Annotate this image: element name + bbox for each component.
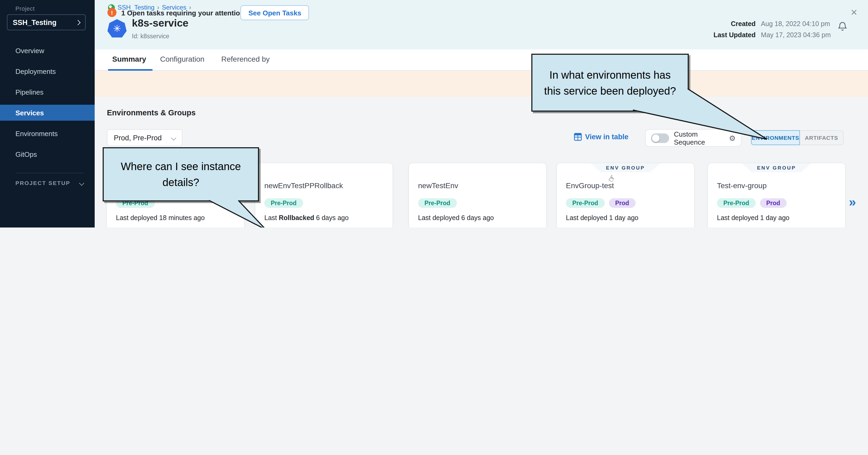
env-card-title: newEnvTestPPRollback [264, 181, 343, 190]
env-badge-prod: Prod [760, 198, 786, 208]
sidebar-divider [16, 173, 84, 173]
open-tasks-banner [95, 71, 868, 97]
env-group-tab: ENV GROUP [741, 163, 812, 172]
last-deployed-text: Last deployed 6 days ago [418, 214, 494, 222]
created-label: Created [713, 20, 755, 28]
env-card[interactable]: newTestEnv Pre-Prod Last deployed 6 days… [408, 163, 547, 228]
service-id: Id: k8sservice [132, 33, 169, 39]
tab-bar [95, 50, 868, 71]
tab-configuration[interactable]: Configuration [160, 55, 205, 63]
env-group-card[interactable]: ENV GROUP Test-env-group Pre-Prod Prod L… [707, 163, 846, 228]
last-deployed-text: Last deployed 1 day ago [566, 214, 638, 222]
project-setup-toggle[interactable]: PROJECT SETUP [16, 180, 84, 186]
callout-instance-details-question: Where can I see instance details? [103, 147, 259, 201]
view-in-table-label: View in table [585, 133, 628, 141]
chevron-down-icon [171, 135, 176, 140]
updated-value: May 17, 2023 04:36 pm [761, 31, 831, 39]
env-card-title: Test-env-group [717, 181, 767, 190]
project-setup-label: PROJECT SETUP [16, 180, 70, 186]
close-icon[interactable]: ✕ [850, 7, 858, 18]
custom-sequence-toggle[interactable] [651, 133, 669, 143]
view-in-table-link[interactable]: View in table [574, 133, 628, 141]
env-group-card[interactable]: ENV GROUP EnvGroup-test Pre-Prod Prod La… [556, 163, 694, 228]
chevron-right-icon [75, 20, 81, 25]
env-badge-preprod: Pre-Prod [418, 198, 457, 208]
env-badge-prod: Prod [609, 198, 635, 208]
project-section-label: Project [16, 5, 35, 12]
last-deployed-text: Last Rollbacked 6 days ago [264, 214, 349, 222]
custom-sequence-label: Custom Sequence [674, 130, 724, 146]
chevron-down-icon [79, 180, 84, 186]
environments-groups-heading: Environments & Groups [107, 108, 196, 117]
notifications-bell-icon[interactable] [837, 21, 848, 34]
gear-icon[interactable]: ⚙ [729, 134, 736, 142]
sidebar-item-pipelines[interactable]: Pipelines [0, 84, 95, 100]
segment-environments[interactable]: ENVIRONMENTS [751, 130, 800, 145]
updated-label: Last Updated [713, 31, 755, 39]
last-deployed-text: Last deployed 18 minutes ago [116, 214, 205, 222]
sidebar: Project SSH_Testing Overview Deployments… [0, 0, 95, 228]
project-selector[interactable]: SSH_Testing [7, 14, 86, 30]
sidebar-item-environments[interactable]: Environments [0, 125, 95, 141]
env-badge-preprod: Pre-Prod [566, 198, 604, 208]
env-badge-preprod: Pre-Prod [717, 198, 755, 208]
sidebar-item-overview[interactable]: Overview [0, 42, 95, 59]
env-card[interactable]: newEnvTestPPRollback Pre-Prod Last Rollb… [255, 163, 393, 228]
banner-text: 1 Open tasks requiring your attention. [121, 9, 246, 17]
app-window: Project SSH_Testing Overview Deployments… [0, 0, 868, 228]
created-value: Aug 18, 2022 04:10 pm [761, 20, 831, 28]
env-group-tab: ENV GROUP [590, 163, 660, 172]
service-meta: Created Aug 18, 2022 04:10 pm Last Updat… [713, 20, 831, 39]
custom-sequence-control: Custom Sequence ⚙ [645, 129, 741, 147]
sidebar-item-deployments[interactable]: Deployments [0, 63, 95, 79]
scroll-right-chevrons[interactable]: » [849, 195, 856, 209]
env-badge-preprod: Pre-Prod [264, 198, 303, 208]
tab-referenced-by[interactable]: Referenced by [221, 55, 270, 63]
warning-icon: ! [107, 8, 117, 17]
table-icon [574, 133, 582, 141]
env-type-filter-dropdown[interactable]: Prod, Pre-Prod [107, 129, 182, 146]
project-name: SSH_Testing [13, 18, 57, 26]
env-card-title: newTestEnv [418, 181, 458, 190]
env-card-title: EnvGroup-test [566, 181, 614, 190]
segment-artifacts[interactable]: ARTIFACTS [800, 130, 843, 145]
sidebar-item-services[interactable]: Services [0, 105, 95, 121]
tab-summary[interactable]: Summary [112, 55, 146, 63]
see-open-tasks-button[interactable]: See Open Tasks [240, 5, 309, 20]
env-type-filter-value: Prod, Pre-Prod [114, 134, 162, 142]
page-title: k8s-service [132, 17, 189, 29]
sidebar-item-gitops[interactable]: GitOps [0, 146, 95, 162]
last-deployed-text: Last deployed 1 day ago [717, 214, 789, 222]
callout-environments-question: In what environments has this service be… [531, 54, 689, 111]
